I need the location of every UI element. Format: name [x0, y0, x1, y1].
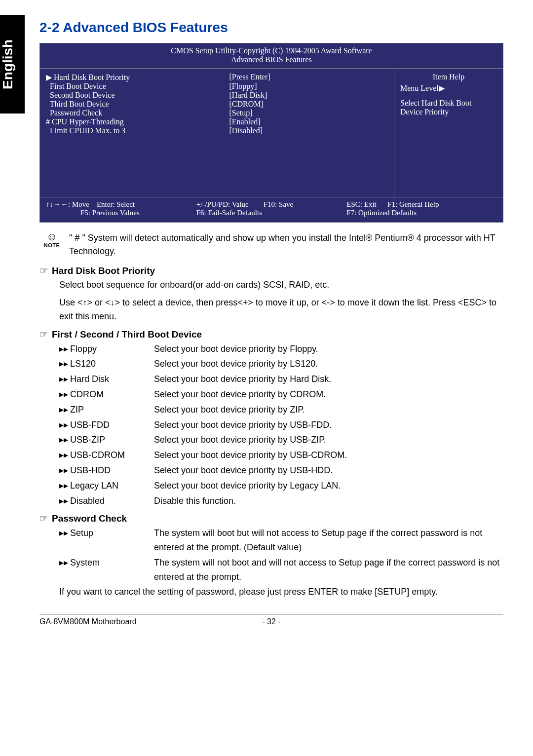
arrow-icon: ▸▸ [59, 342, 70, 356]
hand-icon: ☞ [39, 513, 48, 524]
arrow-icon: ▸▸ [59, 433, 70, 447]
note-text: " # " System will detect automatically a… [69, 231, 503, 258]
arrow-icon: ▸▸ [59, 387, 70, 402]
option-row: ▸▸FloppySelect your boot device priority… [39, 342, 503, 356]
arrow-icon: ▸▸ [59, 357, 70, 371]
bios-footer: ↑↓→←: Move Enter: Select F5: Previous Va… [40, 197, 503, 222]
option-row: ▸▸DisabledDisable this function. [39, 494, 503, 508]
option-row: ▸▸USB-HDDSelect your boot device priorit… [39, 463, 503, 478]
help-title: Item Help [400, 73, 497, 81]
arrow-icon: ▸▸ [59, 448, 70, 462]
option-row: ▸▸SystemThe system will not boot and wil… [39, 556, 503, 584]
footer-page-number: - 32 - [194, 617, 348, 626]
bios-items: ▶ Hard Disk Boot Priority[Press Enter] F… [40, 69, 394, 197]
bios-item: Password Check[Setup] [46, 109, 388, 117]
arrow-icon: ▸▸ [59, 403, 70, 417]
hand-icon: ☞ [39, 265, 48, 276]
bios-help: Item Help Menu Level▶ Select Hard Disk B… [394, 69, 503, 197]
hd-paragraph: Select boot sequence for onboard(or add-… [39, 278, 503, 292]
hd-paragraph: Use <↑> or <↓> to select a device, then … [39, 296, 503, 324]
option-row: ▸▸USB-CDROMSelect your boot device prior… [39, 448, 503, 462]
page-footer: GA-8VM800M Motherboard - 32 - [39, 614, 503, 626]
note-section: ☺ NOTE " # " System will detect automati… [39, 231, 503, 258]
language-tab: English [0, 15, 25, 113]
help-menu-level: Menu Level▶ [400, 83, 497, 93]
help-line: Select Hard Disk Boot [400, 99, 497, 108]
subhead-password: ☞Password Check [39, 513, 503, 524]
option-row: ▸▸SetupThe system will boot but will not… [39, 526, 503, 555]
bios-header: CMOS Setup Utility-Copyright (C) 1984-20… [40, 43, 503, 69]
option-row: ▸▸USB-ZIPSelect your boot device priorit… [39, 433, 503, 447]
section-title: 2-2 Advanced BIOS Features [39, 20, 503, 36]
arrow-icon: ▸▸ [59, 372, 70, 386]
pw-cancel: If you want to cancel the setting of pas… [39, 585, 503, 599]
option-row: ▸▸ZIPSelect your boot device priority by… [39, 403, 503, 417]
bios-item: # CPU Hyper-Threading[Enabled] [46, 117, 388, 126]
bios-item: Third Boot Device[CDROM] [46, 100, 388, 109]
note-icon: ☺ NOTE [39, 231, 64, 248]
option-row: ▸▸CDROMSelect your boot device priority … [39, 387, 503, 402]
option-row: ▸▸Legacy LANSelect your boot device prio… [39, 479, 503, 493]
option-row: ▸▸Hard DiskSelect your boot device prior… [39, 372, 503, 386]
bios-header-line1: CMOS Setup Utility-Copyright (C) 1984-20… [40, 46, 503, 55]
option-row: ▸▸USB-FDDSelect your boot device priorit… [39, 418, 503, 432]
help-line: Device Priority [400, 108, 497, 116]
subhead-hdboot: ☞Hard Disk Boot Priority [39, 265, 503, 276]
bios-item: First Boot Device[Floppy] [46, 82, 388, 91]
bios-item: Second Boot Device[Hard Disk] [46, 91, 388, 100]
arrow-icon: ▸▸ [59, 494, 70, 508]
bios-item: Limit CPUID Max. to 3[Disabled] [46, 126, 388, 135]
arrow-icon: ▸▸ [59, 556, 70, 584]
bios-item: ▶ Hard Disk Boot Priority[Press Enter] [46, 73, 388, 82]
arrow-icon: ▸▸ [59, 479, 70, 493]
arrow-icon: ▸▸ [59, 526, 70, 555]
hand-icon: ☞ [39, 329, 48, 340]
bios-header-line2: Advanced BIOS Features [40, 55, 503, 64]
arrow-icon: ▸▸ [59, 463, 70, 478]
bios-box: CMOS Setup Utility-Copyright (C) 1984-20… [39, 43, 503, 223]
footer-left: GA-8VM800M Motherboard [39, 617, 194, 626]
subhead-boot: ☞First / Second / Third Boot Device [39, 329, 503, 340]
arrow-icon: ▸▸ [59, 418, 70, 432]
option-row: ▸▸LS120Select your boot device priority … [39, 357, 503, 371]
